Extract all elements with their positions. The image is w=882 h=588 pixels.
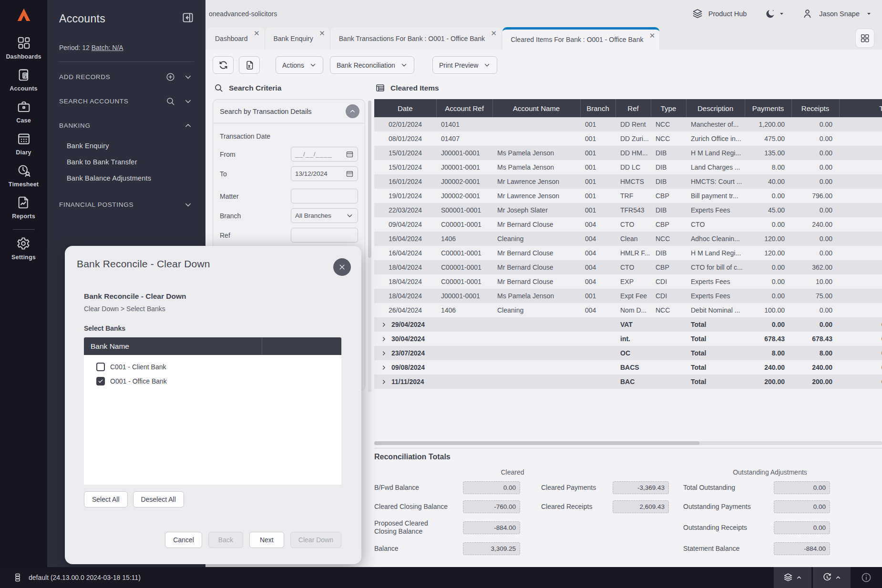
product-hub-button[interactable]: Product Hub (692, 8, 747, 20)
reports-icon (16, 195, 31, 210)
nav-item-accounts[interactable]: Accounts (10, 68, 38, 92)
period-batch[interactable]: Period: 12 Batch: N/A (59, 44, 205, 51)
chevron-down-icon (483, 61, 491, 69)
group-row[interactable]: 09/08/2024 BACS Total 240.00 240.00 (374, 360, 882, 375)
table-row[interactable]: 22/03/2024 S00001-0001 Mr Joseph Slater … (374, 203, 882, 217)
back-button[interactable]: Back (208, 532, 243, 548)
select-all-button[interactable]: Select All (84, 491, 128, 507)
tab-cleared-items[interactable]: Cleared Items For Bank : O001 - Office B… (503, 27, 659, 50)
table-row[interactable]: 18/04/2024 C00001-0001 Mr Bernard Clouse… (374, 274, 882, 289)
matter-field[interactable] (291, 189, 358, 203)
chevron-right-icon[interactable] (381, 350, 387, 356)
tab-close-icon[interactable]: ✕ (649, 32, 656, 39)
date-from-field[interactable]: __/__/____ (291, 147, 358, 162)
table-row[interactable]: 16/04/2024 C00001-0001 Mr Bernard Clouse… (374, 246, 882, 260)
nav-item-reports[interactable]: Reports (12, 195, 35, 220)
tab-close-icon[interactable]: ✕ (491, 30, 497, 37)
cleared-items-title: Cleared Items (390, 84, 439, 92)
table-row[interactable]: 02/01/2024 01401 001 DD Rent NCC Manches… (374, 117, 882, 132)
nav-item-settings[interactable]: Settings (11, 236, 36, 261)
chevron-down-icon[interactable] (183, 200, 193, 210)
table-row[interactable]: 16/04/2024 1406 Cleaning 004 Clean NCC A… (374, 232, 882, 246)
table-row[interactable]: 09/04/2024 C00001-0001 Mr Bernard Clouse… (374, 217, 882, 232)
history-tray-button[interactable] (813, 567, 851, 588)
section-search-accounts[interactable]: SEARCH ACCOUNTS (47, 89, 205, 113)
layers-icon (692, 8, 703, 20)
group-row[interactable]: 30/04/2024 int. Total 678.43 678.43 (374, 332, 882, 346)
horizontal-scrollbar[interactable] (374, 441, 882, 445)
tab-bank-enquiry[interactable]: Bank Enquiry ✕ (266, 27, 329, 50)
theme-toggle[interactable] (765, 8, 785, 20)
section-financial-postings[interactable]: FINANCIAL POSTINGS (47, 193, 205, 217)
date-to-field[interactable]: 13/12/2024 (291, 166, 358, 181)
close-icon (338, 264, 346, 271)
chevron-right-icon[interactable] (381, 322, 387, 328)
batch-link[interactable]: Batch: N/A (92, 44, 123, 51)
product-stack-tray-button[interactable] (774, 567, 811, 588)
accounts-icon (17, 68, 31, 82)
group-row[interactable]: 23/07/2024 OC Total 8.00 8.00 0. (374, 346, 882, 360)
tab-close-icon[interactable]: ✕ (254, 30, 260, 37)
ref-field[interactable] (291, 228, 358, 243)
group-row[interactable]: 11/11/2024 BAC Total 200.00 200.00 (374, 375, 882, 389)
chevron-down-icon[interactable] (183, 72, 193, 82)
history-clock-icon (822, 572, 832, 583)
search-icon[interactable] (165, 96, 175, 106)
table-row[interactable]: 16/01/2024 J00002-0001 Mr Lawrence Jenso… (374, 174, 882, 189)
bank-reconciliation-dropdown[interactable]: Bank Reconciliation (330, 56, 414, 74)
tab-dashboard[interactable]: Dashboard ✕ (207, 27, 264, 50)
bank-checkbox[interactable] (96, 377, 105, 385)
print-preview-dropdown[interactable]: Print Preview (432, 56, 497, 74)
layout-grid-button[interactable] (855, 29, 874, 48)
tab-bank-transactions[interactable]: Bank Transactions For Bank : O001 - Offi… (331, 27, 501, 50)
chevron-down-icon (400, 61, 408, 69)
nav-item-timesheet[interactable]: Timesheet (9, 163, 39, 188)
bank-checkbox[interactable] (96, 363, 105, 371)
panel-scrollbar[interactable] (368, 101, 371, 392)
collapse-card-button[interactable] (346, 104, 359, 118)
group-row[interactable]: 29/04/2024 VAT Total 0.00 0.00 0 (374, 317, 882, 332)
dialog-close-button[interactable] (333, 258, 351, 276)
table-row[interactable]: 08/01/2024 01407 001 DD Zuri... NCC Zuri… (374, 132, 882, 146)
nav-item-dashboards[interactable]: Dashboards (6, 36, 41, 60)
bank-name-column-header[interactable]: Bank Name (84, 337, 262, 355)
table-icon (375, 83, 385, 93)
chevron-right-icon[interactable] (381, 336, 387, 342)
sidebar-item-banking-link[interactable]: Bank to Bank Transfer (47, 154, 205, 170)
collapse-panel-icon[interactable] (182, 11, 194, 26)
plus-circle-icon[interactable] (165, 72, 175, 82)
info-button[interactable] (851, 567, 882, 588)
refresh-button[interactable] (213, 56, 234, 74)
section-add-records[interactable]: ADD RECORDS (47, 65, 205, 89)
wizard-step-title: Bank Reconcile - Clear Down (84, 292, 341, 301)
nav-item-case[interactable]: Case (16, 100, 31, 124)
chevron-down-icon (309, 61, 317, 69)
branch-select[interactable]: All Branches (291, 208, 358, 223)
sidebar-item-banking-link[interactable]: Bank Balance Adjustments (47, 170, 205, 186)
table-row[interactable]: 18/04/2024 C00001-0001 Mr Bernard Clouse… (374, 260, 882, 274)
tab-close-icon[interactable]: ✕ (319, 30, 325, 37)
table-row[interactable]: 19/01/2024 J00002-0001 Mr Lawrence Jenso… (374, 189, 882, 203)
sidebar-item-banking-link[interactable]: Bank Enquiry (47, 138, 205, 154)
user-menu[interactable]: Jason Snape (801, 8, 872, 20)
deselect-all-button[interactable]: Deselect All (133, 491, 184, 507)
actions-dropdown[interactable]: Actions (276, 56, 323, 74)
chevron-right-icon[interactable] (381, 379, 387, 385)
table-row[interactable]: 15/01/2024 J00001-0001 Ms Pamela Jenson … (374, 146, 882, 160)
chevron-down-icon[interactable] (183, 96, 193, 106)
chevron-right-icon[interactable] (381, 365, 387, 371)
bank-row[interactable]: C001 - Client Bank (96, 360, 341, 374)
calendar-icon[interactable] (346, 170, 354, 178)
chevron-up-icon[interactable] (183, 121, 193, 131)
nav-item-diary[interactable]: Diary (16, 132, 31, 156)
calendar-icon[interactable] (346, 150, 354, 158)
section-banking[interactable]: BANKING (47, 113, 205, 138)
table-row[interactable]: 18/04/2024 J00001-0001 Ms Pamela Jenson … (374, 289, 882, 303)
bank-row[interactable]: O001 - Office Bank (96, 374, 341, 388)
clear-down-button[interactable]: Clear Down (290, 532, 341, 548)
table-row[interactable]: 15/01/2024 J00001-0001 Ms Pamela Jenson … (374, 160, 882, 174)
export-excel-button[interactable] (239, 56, 260, 74)
table-row[interactable]: 26/04/2024 1406 Cleaning 004 Nom D... NC… (374, 303, 882, 317)
cancel-button[interactable]: Cancel (165, 532, 202, 548)
next-button[interactable]: Next (249, 532, 284, 548)
